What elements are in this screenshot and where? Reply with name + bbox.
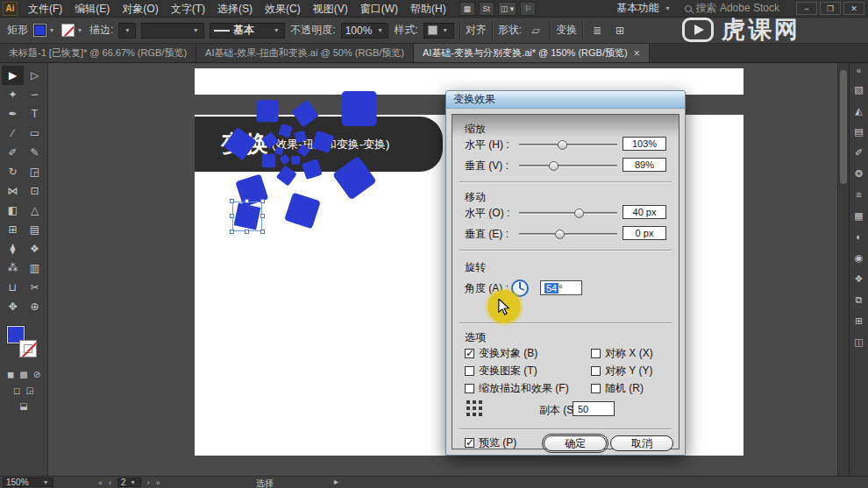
pencil-tool[interactable]: ✎: [24, 143, 46, 162]
graphic-styles-panel-icon[interactable]: ❖: [851, 272, 867, 286]
blend-tool[interactable]: ❖: [24, 239, 46, 258]
draw-behind-icon[interactable]: ◲: [25, 385, 33, 395]
scale-v-value[interactable]: 89%: [623, 158, 666, 172]
slider-thumb[interactable]: [574, 209, 584, 218]
spiral-artwork[interactable]: [175, 63, 403, 263]
eyedropper-tool[interactable]: ⧫: [2, 239, 24, 258]
document-tab-1[interactable]: 未标题-1 [已恢复]* @ 66.67% (RGB/预览): [0, 44, 196, 62]
shape-mode-icon[interactable]: ▱: [527, 23, 544, 39]
stroke-style-dropdown[interactable]: 基本: [210, 23, 285, 39]
preview-checkbox[interactable]: 预览 (P): [465, 435, 516, 450]
copies-input[interactable]: 50: [573, 401, 615, 416]
dialog-titlebar[interactable]: 变换效果: [446, 91, 685, 109]
close-button[interactable]: [843, 2, 864, 15]
artboard-number-dropdown[interactable]: 2: [117, 477, 141, 487]
grid-view-icon[interactable]: ⊞: [611, 23, 629, 39]
menu-item-2[interactable]: 编辑(E): [68, 0, 116, 18]
scale-tool[interactable]: ◲: [24, 162, 46, 181]
stock-search[interactable]: 搜索 Adobe Stock: [685, 1, 779, 16]
line-segment-tool[interactable]: ∕: [2, 124, 24, 143]
scale-v-slider[interactable]: [519, 165, 617, 167]
fill-stroke-control[interactable]: [6, 325, 41, 364]
perspective-grid-tool[interactable]: △: [24, 201, 46, 220]
color-guide-panel-icon[interactable]: ◭: [851, 103, 867, 117]
swatches-panel-icon[interactable]: ▤: [851, 124, 867, 138]
slider-thumb[interactable]: [549, 161, 559, 171]
mesh-tool[interactable]: ⊞: [2, 220, 24, 239]
scale-h-slider[interactable]: [519, 144, 617, 146]
column-graph-tool[interactable]: ▥: [24, 258, 46, 278]
stroke-weight-dropdown[interactable]: [118, 23, 136, 39]
last-artboard-icon[interactable]: [156, 477, 160, 487]
opacity-dropdown[interactable]: 100%: [341, 23, 389, 39]
ok-button[interactable]: 确定: [544, 435, 607, 451]
symbol-sprayer-tool[interactable]: ⁂: [2, 258, 24, 278]
style-dropdown[interactable]: [423, 23, 454, 39]
lasso-tool[interactable]: ∽: [24, 85, 46, 104]
slice-tool[interactable]: ✂: [24, 278, 46, 297]
reflect-y-checkbox[interactable]: 对称 Y (Y): [591, 364, 652, 378]
rotate-tool[interactable]: ↻: [2, 162, 24, 181]
zoom-dropdown[interactable]: 150%: [3, 477, 53, 487]
screen-mode-icon[interactable]: ⬓: [19, 401, 27, 411]
selection-handle[interactable]: [245, 199, 249, 203]
direct-selection-tool[interactable]: ▷: [24, 66, 46, 85]
color-mode-icon[interactable]: ◼: [7, 370, 14, 379]
move-v-slider[interactable]: [519, 233, 617, 236]
workspace-switcher[interactable]: 基本功能: [617, 1, 672, 16]
menu-item-7[interactable]: 视图(V): [307, 0, 354, 18]
transform-label[interactable]: 变换: [556, 23, 577, 38]
move-h-value[interactable]: 40 px: [623, 205, 666, 219]
draw-normal-icon[interactable]: ◻: [13, 385, 20, 395]
status-expand-icon[interactable]: [334, 477, 338, 486]
selection-handle[interactable]: [245, 230, 249, 234]
menu-item-3[interactable]: 对象(O): [116, 0, 164, 18]
selection-tool[interactable]: ▶: [2, 66, 24, 85]
artboards-panel-icon[interactable]: ⊞: [851, 314, 867, 328]
selection-handle[interactable]: [260, 230, 265, 234]
none-mode-icon[interactable]: ⊘: [33, 370, 40, 379]
artboard-tool[interactable]: ⊔: [2, 278, 24, 297]
pen-tool[interactable]: ✒: [2, 104, 24, 124]
selection-handle[interactable]: [260, 199, 265, 203]
selection-handle[interactable]: [230, 230, 234, 234]
menu-item-1[interactable]: 文件(F): [22, 0, 68, 18]
scale-h-value[interactable]: 103%: [623, 137, 666, 151]
symbols-panel-icon[interactable]: ❂: [851, 166, 867, 180]
angle-input[interactable]: 54°: [540, 280, 582, 295]
selected-square[interactable]: [230, 199, 265, 234]
bridge-icon[interactable]: ▦: [459, 2, 475, 16]
menu-item-6[interactable]: 效果(C): [259, 0, 307, 18]
menu-item-5[interactable]: 选择(S): [211, 0, 259, 18]
magic-wand-tool[interactable]: ✦: [2, 85, 24, 104]
free-transform-tool[interactable]: ⊡: [24, 181, 46, 201]
transform-objects-checkbox[interactable]: 变换对象 (B): [465, 346, 537, 361]
scrollbar-thumb[interactable]: [840, 70, 847, 184]
restore-button[interactable]: [820, 2, 841, 15]
prev-artboard-icon[interactable]: [109, 477, 111, 487]
slider-thumb[interactable]: [555, 230, 565, 239]
selection-handle[interactable]: [230, 214, 234, 218]
gradient-tool[interactable]: ▤: [24, 220, 46, 239]
transform-patterns-checkbox[interactable]: 变换图案 (T): [465, 364, 537, 378]
type-tool[interactable]: T: [24, 104, 46, 124]
move-v-value[interactable]: 0 px: [623, 226, 666, 240]
vertical-scrollbar[interactable]: [837, 63, 849, 476]
gradient-mode-icon[interactable]: ▩: [19, 370, 27, 379]
expand-panels-icon[interactable]: [857, 66, 862, 75]
move-h-slider[interactable]: [519, 212, 617, 215]
layers-panel-icon[interactable]: ⧉: [851, 293, 867, 307]
scale-strokes-checkbox[interactable]: 缩放描边和效果 (F): [465, 381, 569, 396]
stroke-proxy-icon[interactable]: [19, 340, 37, 357]
brushes-panel-icon[interactable]: ✐: [851, 145, 867, 159]
paintbrush-tool[interactable]: ✐: [2, 143, 24, 162]
color-panel-icon[interactable]: ▧: [851, 82, 867, 96]
next-artboard-icon[interactable]: [147, 477, 150, 487]
transparency-panel-icon[interactable]: ◐: [851, 230, 867, 244]
menu-item-4[interactable]: 文字(T): [165, 0, 211, 18]
fill-color-control[interactable]: [33, 24, 56, 37]
slider-thumb[interactable]: [558, 140, 567, 150]
canvas[interactable]: 变换 (效果-扭曲和变换-变换): [48, 63, 837, 476]
reflect-x-checkbox[interactable]: 对称 X (X): [591, 346, 653, 361]
random-checkbox[interactable]: 随机 (R): [591, 381, 644, 396]
